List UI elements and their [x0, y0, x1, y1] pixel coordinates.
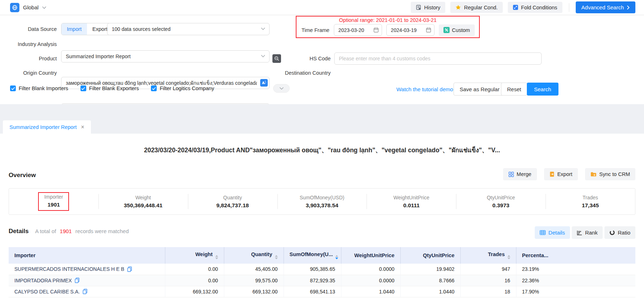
regular-cond-button[interactable]: Regular Cond.: [450, 2, 503, 13]
view-details-button[interactable]: Details: [535, 226, 570, 239]
industry-analysis-select[interactable]: [61, 50, 270, 62]
save-as-regular-button[interactable]: Save as Regular: [454, 83, 506, 96]
copy-icon[interactable]: [83, 289, 87, 294]
col-label: Percenta...: [522, 253, 548, 258]
view-rank-button[interactable]: Rank: [572, 226, 603, 239]
importer-name[interactable]: IMPORTADORA PRIMEX: [14, 278, 72, 283]
cell-trades: 16: [460, 275, 516, 286]
cell-weight: 0.00: [165, 275, 224, 286]
filter-logitics-company-checkbox[interactable]: Filter Logitics Company: [151, 85, 214, 91]
copy-icon[interactable]: [127, 267, 132, 272]
chevron-down-icon: [279, 87, 284, 90]
region-selector[interactable]: Global: [10, 3, 46, 12]
history-icon: [416, 5, 421, 10]
close-icon[interactable]: ×: [81, 124, 84, 130]
checkbox-label: Filter Logitics Company: [160, 85, 214, 91]
col-label: Trades: [488, 251, 505, 257]
cell-weight: 669,132.00: [165, 286, 224, 297]
time-frame-label: Time Frame: [302, 27, 330, 33]
sort-desc-icon[interactable]: [335, 255, 338, 259]
cell-sum: 698,541.13: [284, 286, 341, 297]
cell-trades: 18: [460, 286, 516, 297]
col-importer: Importer: [9, 247, 165, 264]
collapse-conditions-button[interactable]: [273, 84, 290, 93]
hs-code-field[interactable]: [334, 52, 542, 65]
stat-label: WeightUnitPrice: [394, 195, 429, 200]
tutorial-demo-link[interactable]: Watch the tutorial demo: [396, 86, 453, 92]
stat-label: Quantity: [223, 195, 242, 200]
merge-button[interactable]: Merge: [503, 168, 537, 180]
tab-band: Summarized Importer Report ×: [0, 104, 644, 134]
stat-importer-highlight-box: Importer 1901: [38, 192, 69, 211]
industry-analysis-value[interactable]: [61, 50, 270, 62]
region-name: Global: [23, 4, 38, 10]
cell-qty-unit-price: 19.9402: [400, 264, 460, 275]
start-date-field[interactable]: [334, 24, 382, 36]
stat-value: 9,824,737.18: [216, 202, 249, 209]
time-frame-highlight-box: Optional range: 2021-01-01 to 2024-03-21…: [296, 16, 480, 38]
cell-percentage: 17.90%: [516, 286, 635, 297]
search-button[interactable]: Search: [527, 83, 558, 96]
sort-icon[interactable]: [275, 255, 278, 259]
col-quantity[interactable]: Quantity: [224, 247, 284, 264]
fold-icon: [513, 5, 518, 10]
filter-blank-exporters-checkbox[interactable]: Filter Blank Exporters: [80, 85, 139, 91]
col-weight[interactable]: Weight: [165, 247, 224, 264]
cell-importer: IMPORTADORA PRIMEX: [9, 275, 165, 286]
filter-blank-importers-checkbox[interactable]: Filter Blank Importers: [10, 85, 68, 91]
product-label: Product: [0, 52, 57, 65]
folder-sync-icon: [590, 172, 597, 177]
view-ratio-button[interactable]: Ratio: [604, 226, 635, 239]
details-header: Details A total of 1901 records were mat…: [9, 228, 129, 235]
table-row: IMPORTADORA PRIMEX 0.00 99,575.00 872,92…: [9, 275, 635, 286]
col-qty-unit-price: QtyUnitPrice: [400, 247, 460, 264]
stat-value: 0.3973: [492, 202, 509, 209]
data-source-toggle: Import Export: [61, 23, 113, 35]
import-toggle[interactable]: Import: [61, 23, 87, 35]
optional-range-text: Optional range: 2021-01-01 to 2024-03-21: [296, 17, 479, 23]
history-button[interactable]: History: [411, 2, 445, 13]
tab-summarized-importer-report[interactable]: Summarized Importer Report ×: [3, 120, 91, 134]
cell-trades: 947: [460, 264, 516, 275]
advanced-search-button[interactable]: Advanced Search: [576, 1, 635, 13]
details-table: Importer Weight Quantity SumOfMoney(U...…: [9, 247, 635, 297]
importer-name[interactable]: SUPERMERCADOS INTERNACIONALES H E B: [14, 266, 124, 272]
checkbox-checked-icon: [10, 85, 16, 91]
col-label: WeightUnitPrice: [354, 253, 395, 258]
star-icon: [455, 5, 461, 10]
data-sources-select[interactable]: [107, 23, 270, 35]
calendar-icon: [426, 27, 431, 33]
export-button[interactable]: Export: [544, 168, 578, 180]
stat-value: 3,903,378.54: [306, 202, 339, 209]
sync-to-crm-button[interactable]: Sync to CRM: [585, 168, 635, 180]
cell-sum: 872,929.35: [284, 275, 341, 286]
sort-icon[interactable]: [215, 255, 218, 259]
data-source-label: Data Source: [0, 23, 57, 35]
top-bar: Global History Regular Cond. Fold Condit…: [0, 0, 644, 15]
checkbox-label: Filter Blank Exporters: [89, 85, 139, 91]
stat-weight-unit-price: WeightUnitPrice 0.0111: [367, 189, 456, 214]
checkbox-checked-icon: [80, 85, 86, 91]
importer-name[interactable]: CALYPSO DEL CARIBE S.A.: [14, 289, 80, 295]
stat-value: 1901: [47, 202, 60, 208]
custom-range-button[interactable]: Custom: [439, 24, 475, 36]
fold-conditions-button[interactable]: Fold Conditions: [508, 2, 562, 13]
topbar-actions: History Regular Cond. Fold Conditions Ad…: [411, 1, 635, 13]
hs-code-input[interactable]: [334, 52, 542, 65]
overview-stats-card: Importer 1901 Weight 350,369,448.41 Quan…: [9, 188, 635, 215]
regular-cond-label: Regular Cond.: [464, 5, 498, 10]
cell-qty-unit-price: 8.7666: [400, 275, 460, 286]
reset-button[interactable]: Reset: [501, 83, 527, 96]
end-date-field[interactable]: [386, 24, 434, 36]
col-trades[interactable]: Trades: [460, 247, 516, 264]
sort-icon[interactable]: [507, 255, 510, 259]
table-header-row: Importer Weight Quantity SumOfMoney(U...…: [9, 247, 635, 264]
col-sum-of-money[interactable]: SumOfMoney(U...: [284, 247, 341, 264]
translate-icon[interactable]: A: [260, 79, 268, 87]
time-frame-row: Time Frame Custom: [296, 24, 479, 36]
checkbox-checked-icon: [151, 85, 157, 91]
data-sources-value[interactable]: [107, 23, 270, 35]
chevron-down-icon: [42, 6, 46, 9]
copy-icon[interactable]: [75, 278, 79, 283]
export-label: Export: [557, 171, 572, 177]
